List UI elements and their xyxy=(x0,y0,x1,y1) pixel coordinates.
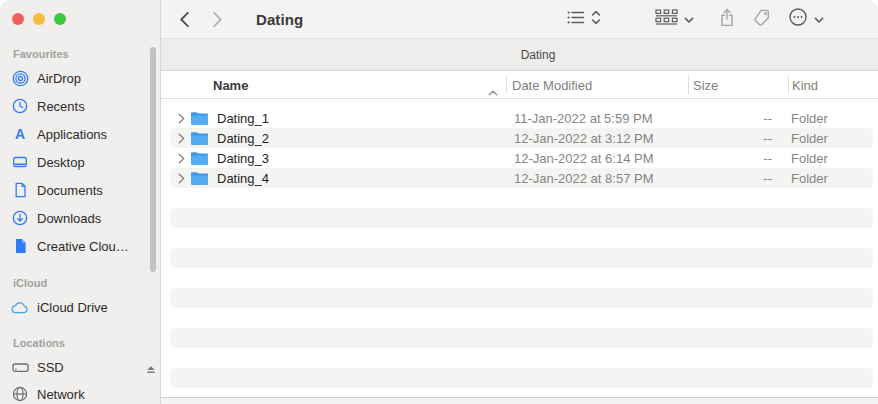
tag-icon xyxy=(754,8,773,31)
column-header-date-modified[interactable]: Date Modified xyxy=(512,71,592,99)
document-icon xyxy=(9,182,31,198)
sidebar-item-label: Documents xyxy=(37,183,103,198)
file-row-dating-2[interactable]: Dating_2 12-Jan-2022 at 3:12 PM -- Folde… xyxy=(161,128,878,148)
empty-row xyxy=(161,268,878,288)
sort-ascending-icon xyxy=(488,82,498,100)
folder-icon xyxy=(190,108,209,128)
file-name: Dating_3 xyxy=(217,148,269,168)
column-resize-handle[interactable] xyxy=(788,75,789,94)
sidebar-item-label: Creative Clou… xyxy=(37,239,129,254)
sidebar-scrollbar[interactable] xyxy=(150,47,156,272)
minimize-button[interactable] xyxy=(33,13,45,25)
file-name: Dating_2 xyxy=(217,128,269,148)
disclosure-chevron-icon[interactable] xyxy=(178,168,185,188)
column-resize-handle[interactable] xyxy=(688,75,689,94)
sidebar-item-desktop[interactable]: Desktop xyxy=(9,150,151,174)
sidebar-item-label: Downloads xyxy=(37,211,101,226)
sidebar-item-creative-cloud[interactable]: Creative Clou… xyxy=(9,234,151,258)
back-chevron-icon xyxy=(181,12,188,25)
folder-icon xyxy=(190,128,209,148)
zoom-button[interactable] xyxy=(54,13,66,25)
forward-button[interactable] xyxy=(212,0,223,38)
file-date-modified: 12-Jan-2022 at 3:12 PM xyxy=(514,128,653,148)
file-kind: Folder xyxy=(791,168,828,188)
more-options-control[interactable] xyxy=(788,0,824,38)
file-name: Dating_4 xyxy=(217,168,269,188)
list-view-icon xyxy=(567,10,585,29)
empty-row xyxy=(161,328,878,348)
sidebar-item-network[interactable]: Network xyxy=(9,382,151,404)
empty-row xyxy=(161,188,878,208)
close-button[interactable] xyxy=(12,13,24,25)
airdrop-icon xyxy=(9,70,31,87)
tag-button[interactable] xyxy=(754,0,773,38)
view-picker-chevrons-icon xyxy=(591,10,601,29)
file-size: -- xyxy=(763,108,772,128)
empty-row xyxy=(161,208,878,228)
empty-row xyxy=(161,368,878,388)
eject-icon[interactable] xyxy=(145,361,157,379)
window-title: Dating xyxy=(256,11,303,28)
sidebar-item-recents[interactable]: Recents xyxy=(9,94,151,118)
sidebar-item-label: Applications xyxy=(37,127,107,142)
file-name: Dating_1 xyxy=(217,108,269,128)
sidebar-item-label: SSD xyxy=(37,360,64,375)
sidebar-item-airdrop[interactable]: AirDrop xyxy=(9,66,151,90)
share-button[interactable] xyxy=(719,0,735,38)
file-row-dating-1[interactable]: Dating_1 11-Jan-2022 at 5:59 PM -- Folde… xyxy=(161,108,878,128)
sidebar: Favourites AirDrop Recents A Application… xyxy=(0,0,160,404)
view-options-control[interactable] xyxy=(567,0,601,38)
disclosure-chevron-icon[interactable] xyxy=(178,148,185,168)
finder-window: Favourites AirDrop Recents A Application… xyxy=(0,0,878,404)
more-options-icon xyxy=(788,7,808,31)
share-icon xyxy=(719,8,735,31)
sidebar-item-label: iCloud Drive xyxy=(37,300,108,315)
back-button[interactable] xyxy=(179,0,190,38)
sidebar-item-documents[interactable]: Documents xyxy=(9,178,151,202)
drive-icon xyxy=(9,361,31,374)
empty-row xyxy=(161,248,878,268)
file-kind: Folder xyxy=(791,148,828,168)
sidebar-item-ssd[interactable]: SSD xyxy=(9,355,151,379)
column-resize-handle[interactable] xyxy=(506,75,507,94)
group-by-control[interactable] xyxy=(655,0,694,38)
file-date-modified: 12-Jan-2022 at 8:57 PM xyxy=(514,168,653,188)
sidebar-item-label: Desktop xyxy=(37,155,85,170)
tab-title: Dating xyxy=(521,48,556,62)
empty-row xyxy=(161,288,878,308)
empty-row xyxy=(161,348,878,368)
file-list: Dating_1 11-Jan-2022 at 5:59 PM -- Folde… xyxy=(161,99,878,397)
toolbar-title: Dating xyxy=(256,0,303,38)
sidebar-section-icloud: iCloud xyxy=(13,276,47,290)
download-icon xyxy=(9,210,31,226)
clock-icon xyxy=(9,98,31,114)
file-date-modified: 12-Jan-2022 at 6:14 PM xyxy=(514,148,653,168)
sidebar-item-downloads[interactable]: Downloads xyxy=(9,206,151,230)
status-bar xyxy=(161,397,878,404)
file-size: -- xyxy=(763,128,772,148)
file-row-dating-4[interactable]: Dating_4 12-Jan-2022 at 8:57 PM -- Folde… xyxy=(161,168,878,188)
file-kind: Folder xyxy=(791,108,828,128)
globe-icon xyxy=(9,386,31,402)
sidebar-item-applications[interactable]: A Applications xyxy=(9,122,151,146)
folder-icon xyxy=(190,148,209,168)
empty-row xyxy=(161,228,878,248)
cloud-icon xyxy=(9,301,31,314)
toolbar: Dating xyxy=(161,0,878,38)
file-date-modified: 11-Jan-2022 at 5:59 PM xyxy=(514,108,653,128)
column-header-name[interactable]: Name xyxy=(213,71,248,99)
sidebar-item-label: Network xyxy=(37,387,85,402)
column-header-size[interactable]: Size xyxy=(693,71,718,99)
column-header-row: Name Date Modified Size Kind xyxy=(161,71,878,99)
main-pane: Dating xyxy=(161,0,878,404)
sidebar-item-label: Recents xyxy=(37,99,85,114)
sidebar-item-icloud-drive[interactable]: iCloud Drive xyxy=(9,295,151,319)
disclosure-chevron-icon[interactable] xyxy=(178,128,185,148)
chevron-down-icon xyxy=(814,10,824,28)
disclosure-chevron-icon[interactable] xyxy=(178,108,185,128)
chevron-down-icon xyxy=(684,10,694,28)
file-row-dating-3[interactable]: Dating_3 12-Jan-2022 at 6:14 PM -- Folde… xyxy=(161,148,878,168)
column-header-kind[interactable]: Kind xyxy=(792,71,818,99)
sidebar-section-favourites: Favourites xyxy=(13,47,69,61)
tab-bar[interactable]: Dating xyxy=(161,38,878,71)
